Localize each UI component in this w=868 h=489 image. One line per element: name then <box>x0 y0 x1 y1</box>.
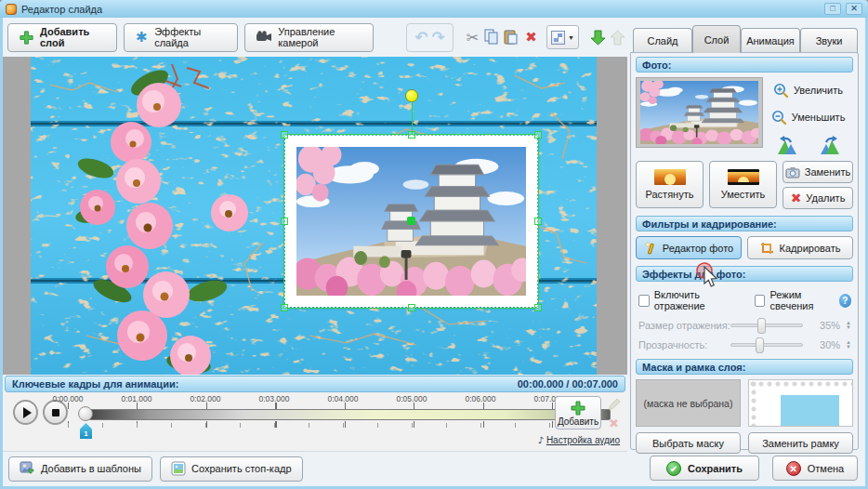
resize-handle-ne[interactable] <box>534 131 542 139</box>
slider-thumb[interactable] <box>756 337 764 353</box>
stretch-button[interactable]: Растянуть <box>636 161 704 208</box>
delete-keyframe-icon[interactable]: ✖ <box>607 416 621 430</box>
tab-animation[interactable]: Анимация <box>741 28 800 53</box>
replace-frame-button[interactable]: Заменить рамку <box>748 432 853 454</box>
delete-icon[interactable]: ✖ <box>521 25 541 49</box>
copy-icon[interactable] <box>482 25 502 49</box>
zoom-out-label: Уменьшить <box>792 112 846 123</box>
camera-control-button[interactable]: Управление камерой <box>244 23 374 52</box>
layer-panel: Фото: Увеличить <box>630 52 859 450</box>
rotate-right-icon[interactable] <box>819 135 841 155</box>
slide-canvas[interactable] <box>3 57 627 375</box>
timeline-title: Ключевые кадры для анимации: <box>12 378 178 390</box>
add-keyframe-button[interactable]: Добавить <box>555 396 601 430</box>
replace-photo-button[interactable]: Заменить <box>783 161 853 183</box>
move-layer-up-icon[interactable] <box>608 25 627 49</box>
resize-handle-w[interactable] <box>281 218 288 225</box>
save-label: Сохранить <box>688 463 743 474</box>
zoom-in-icon <box>773 83 789 99</box>
resize-handle-e[interactable] <box>534 218 542 225</box>
tab-sounds[interactable]: Звуки <box>800 28 858 53</box>
spin-down-icon[interactable]: ▼ <box>846 345 851 350</box>
playhead-handle[interactable] <box>78 406 93 421</box>
fit-button[interactable]: Уместить <box>709 161 777 208</box>
glow-mode-checkbox[interactable] <box>755 295 766 307</box>
mask-preview[interactable]: (маска не выбрана) <box>636 379 741 427</box>
enable-reflection-label: Включить отражение <box>654 289 743 311</box>
stretch-label: Растянуть <box>646 189 694 200</box>
window-title: Редактор слайда <box>21 4 102 15</box>
resize-handle-s[interactable] <box>408 304 415 311</box>
resize-handle-se[interactable] <box>534 304 542 311</box>
grid-icon <box>551 31 565 45</box>
replace-frame-label: Заменить рамку <box>762 438 839 449</box>
select-mask-button[interactable]: Выбрать маску <box>636 432 741 454</box>
undo-icon[interactable]: ↶ <box>414 28 427 46</box>
stretch-icon <box>654 169 686 185</box>
still-frame-icon <box>171 461 186 476</box>
play-button[interactable] <box>13 400 38 425</box>
crop-button[interactable]: Кадрировать <box>747 236 853 259</box>
select-mode-dropdown[interactable]: ▼ <box>546 25 579 49</box>
resize-handle-nw[interactable] <box>281 131 288 139</box>
spin-down-icon[interactable]: ▼ <box>846 325 851 330</box>
opacity-spinner[interactable]: ▲ ▼ <box>846 340 851 350</box>
titlebar[interactable]: Редактор слайда □ ✕ <box>0 0 868 18</box>
tab-layer[interactable]: Слой <box>692 25 741 53</box>
timeline-body: 0:00.000 0:01.000 0:02.000 0:03.000 0:04… <box>3 392 627 452</box>
glow-mode-label: Режим свечения <box>769 289 838 311</box>
add-layer-button[interactable]: Добавить слой <box>7 23 117 52</box>
move-layer-down-icon[interactable] <box>588 25 608 49</box>
tab-slide[interactable]: Слайд <box>633 28 692 53</box>
photo-editor-button[interactable]: Редактор фото <box>636 236 742 259</box>
reflection-size-slider[interactable] <box>730 324 803 327</box>
note-icon: ♪ <box>538 435 544 445</box>
slide-preview[interactable] <box>31 57 597 375</box>
cut-icon[interactable]: ✂ <box>463 25 482 49</box>
selection-box[interactable] <box>283 134 539 309</box>
add-keyframe-label: Добавить <box>558 416 598 427</box>
photo-editor-label: Редактор фото <box>663 243 733 254</box>
help-icon[interactable]: ? <box>839 294 851 308</box>
timeline-track[interactable] <box>85 409 611 420</box>
cancel-label: Отмена <box>808 463 844 474</box>
save-still-button[interactable]: Сохранить стоп-кадр <box>160 456 303 482</box>
fit-icon <box>728 169 759 185</box>
zoom-in-button[interactable]: Увеличить <box>773 79 843 101</box>
enable-reflection-checkbox[interactable] <box>638 295 650 307</box>
play-icon <box>23 407 32 418</box>
add-layer-label: Добавить слой <box>40 26 106 48</box>
edit-keyframe-icon[interactable] <box>607 398 621 412</box>
camera-control-label: Управление камерой <box>278 26 362 48</box>
slider-thumb[interactable] <box>757 318 766 334</box>
dialog-actions: ✔ Сохранить ✕ Отмена <box>627 456 858 481</box>
maximize-button[interactable]: □ <box>824 3 841 15</box>
reflection-size-label: Размер отражения: <box>638 320 730 331</box>
opacity-slider[interactable] <box>730 343 803 347</box>
audio-settings-link[interactable]: ♪ Настройка аудио <box>538 435 620 445</box>
reflection-size-spinner[interactable]: ▲ ▼ <box>846 321 851 330</box>
close-button[interactable]: ✕ <box>846 3 862 15</box>
center-handle[interactable] <box>407 217 415 225</box>
add-to-templates-button[interactable]: Добавить в шаблоны <box>8 456 152 482</box>
delete-photo-button[interactable]: ✖ Удалить <box>783 187 853 209</box>
crop-icon <box>760 242 774 255</box>
paste-icon[interactable] <box>502 25 521 49</box>
stop-button[interactable] <box>43 400 68 425</box>
time-display: 00:00.000 / 00:07.000 <box>518 378 618 390</box>
redo-icon[interactable]: ↷ <box>432 28 445 46</box>
zoom-in-label: Увеличить <box>794 85 843 96</box>
save-button[interactable]: ✔ Сохранить <box>650 456 759 481</box>
cancel-button[interactable]: ✕ Отмена <box>772 456 858 481</box>
rotation-handle[interactable] <box>405 89 418 102</box>
filters-section-header: Фильтры и кадрирование: <box>636 216 853 231</box>
resize-handle-sw[interactable] <box>281 304 288 311</box>
fit-label: Уместить <box>721 189 766 200</box>
rotate-left-icon[interactable] <box>776 135 798 155</box>
photo-thumbnail <box>636 77 763 148</box>
frame-preview[interactable] <box>748 379 853 427</box>
slide-effects-button[interactable]: ✱ Эффекты слайда <box>124 23 239 52</box>
replace-photo-label: Заменить <box>805 166 850 178</box>
plus-icon <box>19 29 34 46</box>
zoom-out-button[interactable]: Уменьшить <box>771 106 846 128</box>
